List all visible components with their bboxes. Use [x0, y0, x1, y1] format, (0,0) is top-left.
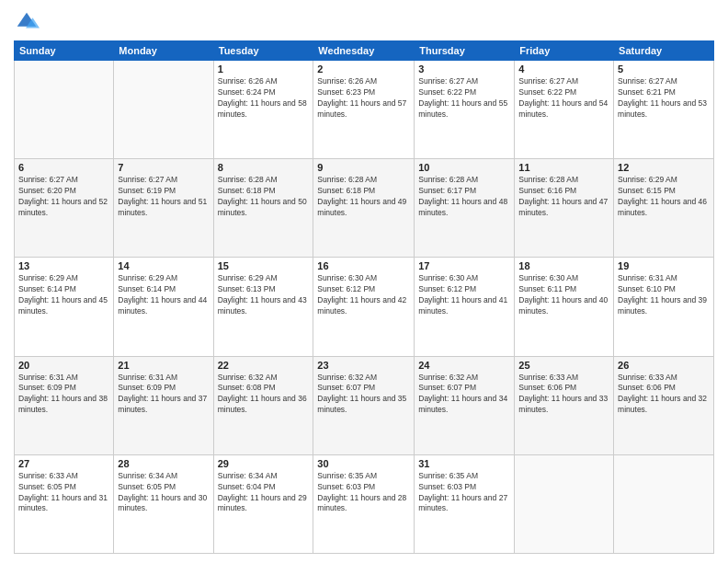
day-number: 14: [118, 260, 209, 271]
calendar-week-row: 13Sunrise: 6:29 AMSunset: 6:14 PMDayligh…: [15, 258, 714, 356]
col-header-monday: Monday: [114, 41, 213, 61]
calendar-cell: 15Sunrise: 6:29 AMSunset: 6:13 PMDayligh…: [213, 258, 313, 356]
col-header-tuesday: Tuesday: [213, 41, 313, 61]
day-number: 9: [317, 162, 410, 173]
calendar-cell: 3Sunrise: 6:27 AMSunset: 6:22 PMDaylight…: [415, 61, 515, 159]
page: SundayMondayTuesdayWednesdayThursdayFrid…: [0, 0, 728, 563]
day-info: Sunrise: 6:35 AMSunset: 6:03 PMDaylight:…: [418, 471, 510, 515]
calendar-cell: 14Sunrise: 6:29 AMSunset: 6:14 PMDayligh…: [114, 258, 213, 356]
calendar-cell: 19Sunrise: 6:31 AMSunset: 6:10 PMDayligh…: [614, 258, 714, 356]
col-header-thursday: Thursday: [415, 41, 515, 61]
calendar-cell: 12Sunrise: 6:29 AMSunset: 6:15 PMDayligh…: [614, 159, 714, 258]
day-number: 2: [317, 63, 410, 75]
day-number: 15: [218, 260, 310, 271]
day-number: 17: [418, 260, 510, 271]
day-info: Sunrise: 6:33 AMSunset: 6:06 PMDaylight:…: [518, 373, 609, 417]
day-info: Sunrise: 6:27 AMSunset: 6:22 PMDaylight:…: [418, 76, 510, 121]
day-number: 20: [18, 360, 109, 371]
day-info: Sunrise: 6:29 AMSunset: 6:14 PMDaylight:…: [18, 273, 109, 317]
day-info: Sunrise: 6:31 AMSunset: 6:09 PMDaylight:…: [118, 373, 209, 417]
day-info: Sunrise: 6:29 AMSunset: 6:15 PMDaylight:…: [618, 175, 710, 219]
calendar-cell: 1Sunrise: 6:26 AMSunset: 6:24 PMDaylight…: [213, 61, 313, 159]
day-info: Sunrise: 6:30 AMSunset: 6:12 PMDaylight:…: [317, 273, 410, 317]
day-info: Sunrise: 6:29 AMSunset: 6:13 PMDaylight:…: [218, 273, 310, 317]
header: [14, 9, 714, 35]
calendar-week-row: 27Sunrise: 6:33 AMSunset: 6:05 PMDayligh…: [15, 454, 714, 553]
calendar-cell: 2Sunrise: 6:26 AMSunset: 6:23 PMDaylight…: [313, 61, 415, 159]
day-info: Sunrise: 6:27 AMSunset: 6:22 PMDaylight:…: [518, 76, 609, 121]
calendar-cell: [15, 61, 114, 159]
calendar-cell: 6Sunrise: 6:27 AMSunset: 6:20 PMDaylight…: [15, 159, 114, 258]
day-info: Sunrise: 6:35 AMSunset: 6:03 PMDaylight:…: [317, 471, 410, 515]
day-number: 31: [418, 458, 510, 469]
calendar-cell: 28Sunrise: 6:34 AMSunset: 6:05 PMDayligh…: [114, 454, 213, 553]
calendar-cell: 4Sunrise: 6:27 AMSunset: 6:22 PMDaylight…: [515, 61, 614, 159]
calendar-cell: 20Sunrise: 6:31 AMSunset: 6:09 PMDayligh…: [15, 356, 114, 454]
day-info: Sunrise: 6:28 AMSunset: 6:17 PMDaylight:…: [418, 175, 510, 219]
day-info: Sunrise: 6:31 AMSunset: 6:10 PMDaylight:…: [618, 273, 710, 317]
calendar-cell: 9Sunrise: 6:28 AMSunset: 6:18 PMDaylight…: [313, 159, 415, 258]
day-number: 10: [418, 162, 510, 173]
day-info: Sunrise: 6:31 AMSunset: 6:09 PMDaylight:…: [18, 373, 109, 417]
calendar-cell: 11Sunrise: 6:28 AMSunset: 6:16 PMDayligh…: [515, 159, 614, 258]
calendar-cell: 18Sunrise: 6:30 AMSunset: 6:11 PMDayligh…: [515, 258, 614, 356]
day-number: 1: [218, 63, 310, 75]
day-number: 5: [618, 63, 710, 75]
day-info: Sunrise: 6:26 AMSunset: 6:23 PMDaylight:…: [317, 76, 410, 121]
day-number: 18: [518, 260, 609, 271]
day-info: Sunrise: 6:28 AMSunset: 6:18 PMDaylight:…: [218, 175, 310, 219]
day-number: 11: [518, 162, 609, 173]
day-number: 23: [317, 360, 410, 371]
calendar-cell: 17Sunrise: 6:30 AMSunset: 6:12 PMDayligh…: [415, 258, 515, 356]
day-number: 27: [18, 458, 109, 469]
calendar-cell: 30Sunrise: 6:35 AMSunset: 6:03 PMDayligh…: [313, 454, 415, 553]
col-header-friday: Friday: [515, 41, 614, 61]
day-info: Sunrise: 6:27 AMSunset: 6:20 PMDaylight:…: [18, 175, 109, 219]
day-info: Sunrise: 6:33 AMSunset: 6:06 PMDaylight:…: [618, 373, 710, 417]
day-number: 28: [118, 458, 209, 469]
col-header-wednesday: Wednesday: [313, 41, 415, 61]
day-number: 6: [18, 162, 109, 173]
day-number: 19: [618, 260, 710, 271]
day-info: Sunrise: 6:28 AMSunset: 6:18 PMDaylight:…: [317, 175, 410, 219]
day-info: Sunrise: 6:33 AMSunset: 6:05 PMDaylight:…: [18, 471, 109, 515]
calendar-cell: [515, 454, 614, 553]
calendar-cell: [114, 61, 213, 159]
calendar-cell: 16Sunrise: 6:30 AMSunset: 6:12 PMDayligh…: [313, 258, 415, 356]
day-info: Sunrise: 6:30 AMSunset: 6:11 PMDaylight:…: [518, 273, 609, 317]
calendar-cell: 26Sunrise: 6:33 AMSunset: 6:06 PMDayligh…: [614, 356, 714, 454]
day-info: Sunrise: 6:32 AMSunset: 6:07 PMDaylight:…: [418, 373, 510, 417]
day-number: 8: [218, 162, 310, 173]
calendar-week-row: 1Sunrise: 6:26 AMSunset: 6:24 PMDaylight…: [15, 61, 714, 159]
day-number: 12: [618, 162, 710, 173]
day-info: Sunrise: 6:26 AMSunset: 6:24 PMDaylight:…: [218, 76, 310, 121]
day-info: Sunrise: 6:27 AMSunset: 6:19 PMDaylight:…: [118, 175, 209, 219]
day-number: 25: [518, 360, 609, 371]
day-info: Sunrise: 6:28 AMSunset: 6:16 PMDaylight:…: [518, 175, 609, 219]
calendar-cell: 13Sunrise: 6:29 AMSunset: 6:14 PMDayligh…: [15, 258, 114, 356]
day-number: 16: [317, 260, 410, 271]
day-number: 22: [218, 360, 310, 371]
calendar-cell: 8Sunrise: 6:28 AMSunset: 6:18 PMDaylight…: [213, 159, 313, 258]
calendar-cell: 7Sunrise: 6:27 AMSunset: 6:19 PMDaylight…: [114, 159, 213, 258]
day-number: 26: [618, 360, 710, 371]
day-info: Sunrise: 6:32 AMSunset: 6:07 PMDaylight:…: [317, 373, 410, 417]
calendar-cell: 21Sunrise: 6:31 AMSunset: 6:09 PMDayligh…: [114, 356, 213, 454]
logo: [14, 9, 43, 35]
day-info: Sunrise: 6:32 AMSunset: 6:08 PMDaylight:…: [218, 373, 310, 417]
calendar-header-row: SundayMondayTuesdayWednesdayThursdayFrid…: [15, 41, 714, 61]
day-number: 30: [317, 458, 410, 469]
calendar-cell: 27Sunrise: 6:33 AMSunset: 6:05 PMDayligh…: [15, 454, 114, 553]
day-number: 29: [218, 458, 310, 469]
day-info: Sunrise: 6:30 AMSunset: 6:12 PMDaylight:…: [418, 273, 510, 317]
day-number: 4: [518, 63, 609, 75]
day-info: Sunrise: 6:34 AMSunset: 6:05 PMDaylight:…: [118, 471, 209, 515]
calendar-cell: 23Sunrise: 6:32 AMSunset: 6:07 PMDayligh…: [313, 356, 415, 454]
day-number: 7: [118, 162, 209, 173]
day-number: 24: [418, 360, 510, 371]
day-info: Sunrise: 6:29 AMSunset: 6:14 PMDaylight:…: [118, 273, 209, 317]
calendar-week-row: 20Sunrise: 6:31 AMSunset: 6:09 PMDayligh…: [15, 356, 714, 454]
day-number: 13: [18, 260, 109, 271]
day-number: 21: [118, 360, 209, 371]
calendar-cell: 22Sunrise: 6:32 AMSunset: 6:08 PMDayligh…: [213, 356, 313, 454]
